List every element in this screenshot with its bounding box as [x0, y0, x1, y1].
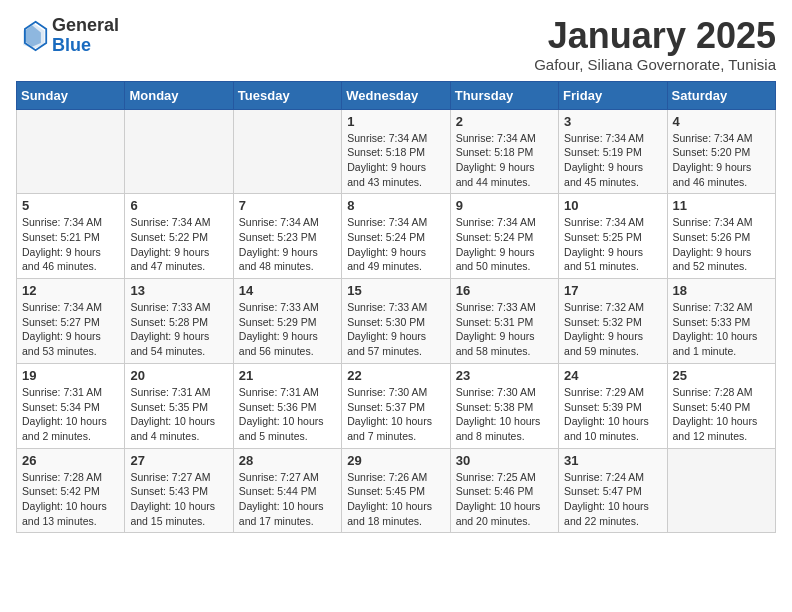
day-number: 21: [239, 368, 336, 383]
day-info: Sunrise: 7:34 AM Sunset: 5:20 PM Dayligh…: [673, 131, 770, 190]
location-subtitle: Gafour, Siliana Governorate, Tunisia: [534, 56, 776, 73]
day-number: 2: [456, 114, 553, 129]
page-header: General Blue January 2025 Gafour, Silian…: [16, 16, 776, 73]
calendar-cell: [125, 109, 233, 194]
calendar-cell: 17Sunrise: 7:32 AM Sunset: 5:32 PM Dayli…: [559, 279, 667, 364]
day-number: 16: [456, 283, 553, 298]
calendar-header-row: SundayMondayTuesdayWednesdayThursdayFrid…: [17, 81, 776, 109]
calendar-cell: 31Sunrise: 7:24 AM Sunset: 5:47 PM Dayli…: [559, 448, 667, 533]
day-number: 18: [673, 283, 770, 298]
calendar-week-row: 12Sunrise: 7:34 AM Sunset: 5:27 PM Dayli…: [17, 279, 776, 364]
day-number: 5: [22, 198, 119, 213]
day-info: Sunrise: 7:34 AM Sunset: 5:26 PM Dayligh…: [673, 215, 770, 274]
day-number: 30: [456, 453, 553, 468]
calendar-cell: [17, 109, 125, 194]
day-info: Sunrise: 7:30 AM Sunset: 5:37 PM Dayligh…: [347, 385, 444, 444]
column-header-sunday: Sunday: [17, 81, 125, 109]
day-info: Sunrise: 7:28 AM Sunset: 5:40 PM Dayligh…: [673, 385, 770, 444]
day-number: 15: [347, 283, 444, 298]
day-number: 13: [130, 283, 227, 298]
day-info: Sunrise: 7:27 AM Sunset: 5:43 PM Dayligh…: [130, 470, 227, 529]
column-header-monday: Monday: [125, 81, 233, 109]
day-info: Sunrise: 7:32 AM Sunset: 5:32 PM Dayligh…: [564, 300, 661, 359]
calendar-cell: 1Sunrise: 7:34 AM Sunset: 5:18 PM Daylig…: [342, 109, 450, 194]
calendar-cell: 15Sunrise: 7:33 AM Sunset: 5:30 PM Dayli…: [342, 279, 450, 364]
calendar-cell: 21Sunrise: 7:31 AM Sunset: 5:36 PM Dayli…: [233, 363, 341, 448]
column-header-friday: Friday: [559, 81, 667, 109]
column-header-tuesday: Tuesday: [233, 81, 341, 109]
day-info: Sunrise: 7:34 AM Sunset: 5:27 PM Dayligh…: [22, 300, 119, 359]
calendar-cell: 29Sunrise: 7:26 AM Sunset: 5:45 PM Dayli…: [342, 448, 450, 533]
calendar-cell: 19Sunrise: 7:31 AM Sunset: 5:34 PM Dayli…: [17, 363, 125, 448]
day-number: 8: [347, 198, 444, 213]
logo-text: General Blue: [52, 16, 119, 56]
day-info: Sunrise: 7:34 AM Sunset: 5:24 PM Dayligh…: [456, 215, 553, 274]
calendar-cell: 10Sunrise: 7:34 AM Sunset: 5:25 PM Dayli…: [559, 194, 667, 279]
day-number: 1: [347, 114, 444, 129]
day-number: 27: [130, 453, 227, 468]
calendar-cell: 4Sunrise: 7:34 AM Sunset: 5:20 PM Daylig…: [667, 109, 775, 194]
day-number: 22: [347, 368, 444, 383]
day-number: 19: [22, 368, 119, 383]
calendar-cell: 11Sunrise: 7:34 AM Sunset: 5:26 PM Dayli…: [667, 194, 775, 279]
day-number: 7: [239, 198, 336, 213]
calendar-cell: 24Sunrise: 7:29 AM Sunset: 5:39 PM Dayli…: [559, 363, 667, 448]
day-info: Sunrise: 7:31 AM Sunset: 5:35 PM Dayligh…: [130, 385, 227, 444]
month-title: January 2025: [534, 16, 776, 56]
day-info: Sunrise: 7:34 AM Sunset: 5:25 PM Dayligh…: [564, 215, 661, 274]
day-number: 6: [130, 198, 227, 213]
day-number: 12: [22, 283, 119, 298]
day-number: 3: [564, 114, 661, 129]
day-info: Sunrise: 7:34 AM Sunset: 5:21 PM Dayligh…: [22, 215, 119, 274]
day-info: Sunrise: 7:34 AM Sunset: 5:18 PM Dayligh…: [347, 131, 444, 190]
calendar-cell: 26Sunrise: 7:28 AM Sunset: 5:42 PM Dayli…: [17, 448, 125, 533]
day-number: 14: [239, 283, 336, 298]
day-info: Sunrise: 7:34 AM Sunset: 5:22 PM Dayligh…: [130, 215, 227, 274]
logo: General Blue: [16, 16, 119, 56]
day-info: Sunrise: 7:33 AM Sunset: 5:30 PM Dayligh…: [347, 300, 444, 359]
calendar-cell: [233, 109, 341, 194]
day-info: Sunrise: 7:25 AM Sunset: 5:46 PM Dayligh…: [456, 470, 553, 529]
calendar-week-row: 5Sunrise: 7:34 AM Sunset: 5:21 PM Daylig…: [17, 194, 776, 279]
day-number: 23: [456, 368, 553, 383]
calendar-cell: [667, 448, 775, 533]
day-info: Sunrise: 7:33 AM Sunset: 5:31 PM Dayligh…: [456, 300, 553, 359]
calendar-cell: 6Sunrise: 7:34 AM Sunset: 5:22 PM Daylig…: [125, 194, 233, 279]
day-info: Sunrise: 7:33 AM Sunset: 5:28 PM Dayligh…: [130, 300, 227, 359]
column-header-thursday: Thursday: [450, 81, 558, 109]
calendar-cell: 3Sunrise: 7:34 AM Sunset: 5:19 PM Daylig…: [559, 109, 667, 194]
calendar-cell: 20Sunrise: 7:31 AM Sunset: 5:35 PM Dayli…: [125, 363, 233, 448]
calendar-table: SundayMondayTuesdayWednesdayThursdayFrid…: [16, 81, 776, 534]
calendar-cell: 14Sunrise: 7:33 AM Sunset: 5:29 PM Dayli…: [233, 279, 341, 364]
calendar-week-row: 26Sunrise: 7:28 AM Sunset: 5:42 PM Dayli…: [17, 448, 776, 533]
calendar-cell: 28Sunrise: 7:27 AM Sunset: 5:44 PM Dayli…: [233, 448, 341, 533]
day-info: Sunrise: 7:27 AM Sunset: 5:44 PM Dayligh…: [239, 470, 336, 529]
day-info: Sunrise: 7:30 AM Sunset: 5:38 PM Dayligh…: [456, 385, 553, 444]
day-number: 28: [239, 453, 336, 468]
calendar-cell: 30Sunrise: 7:25 AM Sunset: 5:46 PM Dayli…: [450, 448, 558, 533]
day-info: Sunrise: 7:34 AM Sunset: 5:23 PM Dayligh…: [239, 215, 336, 274]
day-info: Sunrise: 7:34 AM Sunset: 5:24 PM Dayligh…: [347, 215, 444, 274]
day-info: Sunrise: 7:29 AM Sunset: 5:39 PM Dayligh…: [564, 385, 661, 444]
day-info: Sunrise: 7:26 AM Sunset: 5:45 PM Dayligh…: [347, 470, 444, 529]
day-number: 9: [456, 198, 553, 213]
day-info: Sunrise: 7:28 AM Sunset: 5:42 PM Dayligh…: [22, 470, 119, 529]
logo-icon: [16, 20, 48, 52]
day-info: Sunrise: 7:24 AM Sunset: 5:47 PM Dayligh…: [564, 470, 661, 529]
day-number: 11: [673, 198, 770, 213]
day-number: 26: [22, 453, 119, 468]
calendar-cell: 8Sunrise: 7:34 AM Sunset: 5:24 PM Daylig…: [342, 194, 450, 279]
column-header-wednesday: Wednesday: [342, 81, 450, 109]
calendar-cell: 22Sunrise: 7:30 AM Sunset: 5:37 PM Dayli…: [342, 363, 450, 448]
day-number: 24: [564, 368, 661, 383]
calendar-cell: 18Sunrise: 7:32 AM Sunset: 5:33 PM Dayli…: [667, 279, 775, 364]
day-number: 25: [673, 368, 770, 383]
calendar-cell: 23Sunrise: 7:30 AM Sunset: 5:38 PM Dayli…: [450, 363, 558, 448]
day-number: 29: [347, 453, 444, 468]
calendar-cell: 7Sunrise: 7:34 AM Sunset: 5:23 PM Daylig…: [233, 194, 341, 279]
day-number: 31: [564, 453, 661, 468]
calendar-cell: 2Sunrise: 7:34 AM Sunset: 5:18 PM Daylig…: [450, 109, 558, 194]
day-info: Sunrise: 7:31 AM Sunset: 5:34 PM Dayligh…: [22, 385, 119, 444]
calendar-cell: 27Sunrise: 7:27 AM Sunset: 5:43 PM Dayli…: [125, 448, 233, 533]
column-header-saturday: Saturday: [667, 81, 775, 109]
